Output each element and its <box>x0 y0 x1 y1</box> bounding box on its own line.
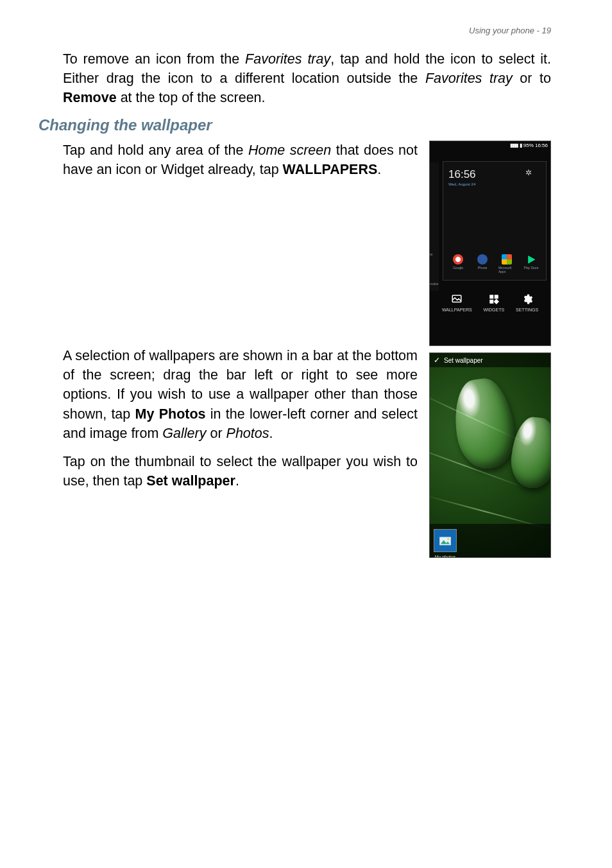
wallpaper-thumb-bar[interactable]: My photos <box>430 524 550 557</box>
date-label: Wed, August 24 <box>448 182 541 186</box>
check-icon[interactable]: ✓ <box>434 356 440 365</box>
fav-play-store[interactable]: Play Store <box>523 254 540 273</box>
status-text: 95% 16:56 <box>523 143 548 148</box>
text: Tap and hold any area of the <box>63 143 248 158</box>
svg-rect-4 <box>493 299 498 304</box>
home-screen-term: Home screen <box>248 143 331 158</box>
screenshot-home-longpress: ▮▮▮▮ ▮ 95% 16:56 atmaker 16:56 Wed, Augu… <box>429 141 551 346</box>
fav-phone[interactable]: Phone <box>474 254 491 273</box>
side-strip: atmaker <box>430 162 439 291</box>
fav-label: Play Store <box>523 266 538 270</box>
action-wallpapers[interactable]: WALLPAPERS <box>442 293 472 312</box>
wallpapers-term: WALLPAPERS <box>283 162 378 177</box>
text: Tap on the thumbnail to select the wallp… <box>63 454 418 489</box>
phone-icon <box>477 254 488 265</box>
status-bar: ▮▮▮▮ ▮ 95% 16:56 <box>430 141 550 150</box>
text: . <box>235 473 239 489</box>
google-icon <box>453 254 463 265</box>
microsoft-icon <box>502 254 512 265</box>
svg-point-7 <box>447 538 449 540</box>
action-label: SETTINGS <box>516 308 538 312</box>
photos-term: Photos <box>226 426 269 441</box>
gear-icon <box>521 293 534 305</box>
intro-paragraph: To remove an icon from the Favorites tra… <box>63 49 551 107</box>
page-header: Using your phone - 19 <box>51 26 551 35</box>
home-preview-card[interactable]: 16:56 Wed, August 24 ✲ Google Phone Micr… <box>443 161 547 281</box>
fav-label: Microsoft Apps <box>498 266 515 273</box>
action-widgets[interactable]: WIDGETS <box>484 293 505 312</box>
widgets-icon <box>488 293 500 305</box>
favorites-tray-term: Favorites tray <box>245 51 330 67</box>
wallpaper-tap-hold-paragraph: Tap and hold any area of the Home screen… <box>63 141 418 179</box>
fav-label: Phone <box>478 266 487 270</box>
action-settings[interactable]: SETTINGS <box>516 293 538 312</box>
section-heading-changing-wallpaper: Changing the wallpaper <box>38 116 551 134</box>
fav-microsoft[interactable]: Microsoft Apps <box>498 254 515 273</box>
longpress-actions: WALLPAPERS WIDGETS SETTINGS <box>430 284 550 318</box>
set-wallpaper-title[interactable]: Set wallpaper <box>444 357 483 364</box>
screenshot-wallpaper-picker: ✓ Set wallpaper My photos <box>429 352 551 558</box>
svg-rect-1 <box>489 295 493 299</box>
wallpapers-icon <box>450 293 463 305</box>
action-label: WALLPAPERS <box>442 308 472 312</box>
weather-icon: ✲ <box>525 168 532 177</box>
gallery-term: Gallery <box>162 426 206 441</box>
favorites-tray-term: Favorites tray <box>425 71 513 86</box>
fav-label: Google <box>453 266 463 270</box>
my-photos-label: My photos <box>435 555 455 558</box>
water-droplet <box>508 415 551 490</box>
set-wallpaper-paragraph: Tap on the thumbnail to select the wallp… <box>63 452 418 490</box>
battery-icon: ▮ <box>520 143 522 148</box>
text: To remove an icon from the <box>63 51 245 67</box>
text: or to <box>513 71 551 86</box>
text: at the top of the screen. <box>117 90 266 105</box>
svg-rect-2 <box>495 295 498 299</box>
favorites-tray-preview: Google Phone Microsoft Apps Play Store <box>448 252 541 273</box>
water-droplet <box>450 376 520 473</box>
svg-rect-3 <box>489 300 493 304</box>
text: . <box>377 162 381 177</box>
photo-icon <box>439 535 452 546</box>
text: . <box>269 426 273 441</box>
signal-icon: ▮▮▮▮ <box>510 143 518 148</box>
wallpaper-selection-paragraph: A selection of wallpapers are shown in a… <box>63 346 418 442</box>
wallpaper-picker-topbar: ✓ Set wallpaper <box>430 353 550 367</box>
set-wallpaper-term: Set wallpaper <box>146 473 235 489</box>
play-store-icon <box>526 254 536 265</box>
fav-google[interactable]: Google <box>450 254 466 273</box>
remove-term: Remove <box>63 90 117 105</box>
my-photos-thumb[interactable]: My photos <box>434 529 457 552</box>
text: or <box>206 426 226 441</box>
action-label: WIDGETS <box>484 308 505 312</box>
my-photos-term: My Photos <box>135 406 206 422</box>
